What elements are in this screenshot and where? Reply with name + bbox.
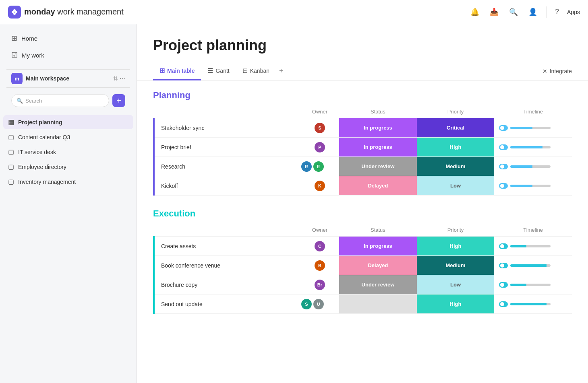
timeline-bar <box>510 185 551 187</box>
inbox-icon[interactable]: 📥 <box>489 6 500 18</box>
row-name: Stakeholder sync <box>154 118 300 138</box>
top-navigation: monday work management 🔔 📥 🔍 👤 ? Apps <box>0 0 588 24</box>
row-priority[interactable]: High <box>417 138 495 157</box>
svg-point-3 <box>13 12 16 15</box>
avatar-stack: R E <box>300 161 339 173</box>
avatar: U <box>313 298 325 310</box>
row-status[interactable]: Under review <box>339 275 417 294</box>
priority-badge[interactable]: Critical <box>417 118 495 137</box>
sidebar: ⊞ Home ☑ My work m Main workspace ⇅ ⋯ 🔍 … <box>0 24 137 383</box>
row-owner: K <box>300 176 339 196</box>
priority-badge[interactable]: High <box>417 294 495 313</box>
board-icon: ▢ <box>8 178 14 185</box>
status-badge[interactable]: In progress <box>339 118 417 137</box>
board-icon: ▢ <box>8 148 14 156</box>
status-badge[interactable]: Delayed <box>339 176 417 195</box>
sidebar-item-my-work-label: My work <box>22 52 44 59</box>
row-priority[interactable]: Low <box>417 176 495 196</box>
notifications-icon[interactable]: 🔔 <box>469 6 480 18</box>
row-name: Kickoff <box>154 176 300 196</box>
row-priority[interactable]: Medium <box>417 157 495 176</box>
timeline-toggle <box>499 125 508 131</box>
tabs-bar: ⊞ Main table ☰ Gantt ⊟ Kanban + ✕ Integr… <box>137 62 588 80</box>
add-view-button[interactable]: + <box>276 62 287 80</box>
sidebar-item-project-planning[interactable]: ▦ Project planning <box>3 115 133 129</box>
tab-kanban[interactable]: ⊟ Kanban <box>236 62 276 80</box>
timeline-container <box>499 183 567 189</box>
timeline-toggle <box>499 301 508 307</box>
col-header-timeline: Timeline <box>494 224 572 237</box>
timeline-toggle <box>499 183 508 189</box>
avatar-stack: S U <box>300 298 339 310</box>
tab-main-table-label: Main table <box>167 68 195 74</box>
row-status[interactable]: Delayed <box>339 176 417 196</box>
status-badge[interactable]: Delayed <box>339 256 417 275</box>
status-badge[interactable]: Under review <box>339 157 417 176</box>
search-icon[interactable]: 🔍 <box>508 6 519 18</box>
status-badge[interactable]: In progress <box>339 138 417 156</box>
row-status[interactable]: In progress <box>339 237 417 256</box>
row-priority[interactable]: High <box>417 237 495 256</box>
row-priority[interactable]: Critical <box>417 118 495 138</box>
priority-badge[interactable]: Medium <box>417 256 495 275</box>
tab-gantt[interactable]: ☰ Gantt <box>201 62 236 80</box>
row-priority[interactable]: Medium <box>417 256 495 275</box>
row-timeline <box>494 157 572 176</box>
priority-badge[interactable]: Medium <box>417 157 495 176</box>
col-header-priority: Priority <box>417 105 495 118</box>
apps-button[interactable]: Apps <box>567 9 580 15</box>
row-status[interactable]: Delayed <box>339 256 417 275</box>
sidebar-item-it-service-desk[interactable]: ▢ IT service desk <box>3 145 133 159</box>
workspace-actions[interactable]: ⇅ ⋯ <box>113 75 125 82</box>
timeline-toggle <box>499 164 508 169</box>
row-priority[interactable]: High <box>417 294 495 314</box>
timeline-container <box>499 301 567 307</box>
board-icon: ▦ <box>8 118 14 126</box>
status-badge[interactable]: Under review <box>339 275 417 294</box>
priority-badge[interactable]: Low <box>417 176 495 195</box>
sidebar-items: ▦ Project planning ▢ Content calendar Q3… <box>0 115 137 189</box>
sidebar-item-employee-directory[interactable]: ▢ Employee directory <box>3 160 133 174</box>
sidebar-item-content-calendar[interactable]: ▢ Content calendar Q3 <box>3 130 133 144</box>
row-status[interactable]: Under review <box>339 157 417 176</box>
integrate-label: Integrate <box>550 68 572 74</box>
col-header-owner: Owner <box>300 105 339 118</box>
sidebar-item-inventory-management[interactable]: ▢ Inventory management <box>3 175 133 189</box>
priority-badge[interactable]: High <box>417 237 495 255</box>
tab-main-table[interactable]: ⊞ Main table <box>153 62 201 80</box>
sidebar-item-home-label: Home <box>21 35 37 42</box>
row-owner: R E <box>300 157 339 176</box>
integrate-button[interactable]: ✕ Integrate <box>542 68 572 74</box>
avatar: K <box>314 180 326 192</box>
timeline-toggle <box>499 243 508 249</box>
row-name: Send out update <box>154 294 300 314</box>
row-timeline <box>494 275 572 294</box>
row-status[interactable] <box>339 294 417 314</box>
table-row: Stakeholder sync S In progress Critical <box>154 118 572 138</box>
priority-badge[interactable]: High <box>417 138 495 156</box>
help-icon[interactable]: ? <box>555 8 559 16</box>
row-priority[interactable]: Low <box>417 275 495 294</box>
home-icon: ⊞ <box>11 34 17 43</box>
status-badge[interactable] <box>339 294 417 313</box>
row-status[interactable]: In progress <box>339 138 417 157</box>
add-button[interactable]: + <box>112 94 125 107</box>
sidebar-item-home[interactable]: ⊞ Home <box>6 31 130 46</box>
sidebar-item-my-work[interactable]: ☑ My work <box>6 47 130 63</box>
sidebar-item-content-calendar-label: Content calendar Q3 <box>18 134 70 140</box>
row-name: Project brief <box>154 138 300 157</box>
sidebar-item-project-planning-label: Project planning <box>18 119 62 126</box>
row-owner: C <box>300 237 339 256</box>
avatar: C <box>314 240 326 252</box>
execution-group-title: Execution <box>153 208 572 219</box>
timeline-toggle <box>499 282 508 288</box>
invite-icon[interactable]: 👤 <box>527 6 538 18</box>
timeline-container <box>499 144 567 150</box>
search-box[interactable]: 🔍 Search <box>11 94 109 107</box>
priority-badge[interactable]: Low <box>417 275 495 294</box>
workspace-header: m Main workspace ⇅ ⋯ <box>6 69 130 88</box>
row-status[interactable]: In progress <box>339 118 417 138</box>
search-icon-sidebar: 🔍 <box>17 98 23 104</box>
status-badge[interactable]: In progress <box>339 237 417 255</box>
row-name: Brochure copy <box>154 275 300 294</box>
